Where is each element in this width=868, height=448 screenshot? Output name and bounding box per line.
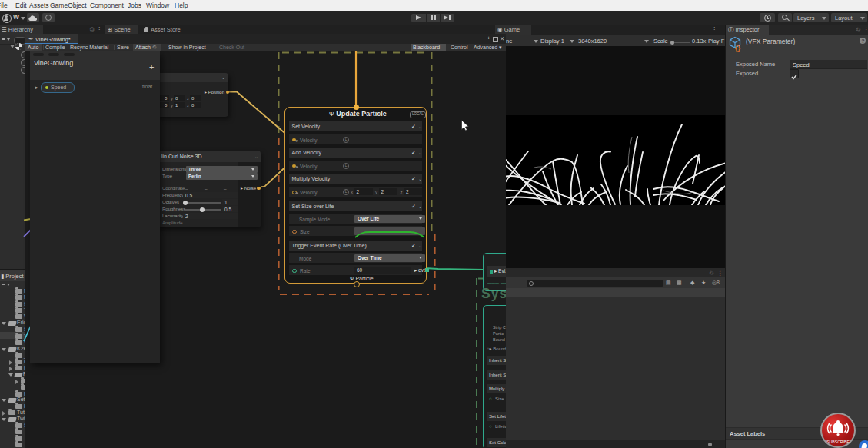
svg-text:SUBSCRIBE: SUBSCRIBE	[826, 440, 850, 444]
svg-text:{}: {}	[735, 45, 741, 52]
